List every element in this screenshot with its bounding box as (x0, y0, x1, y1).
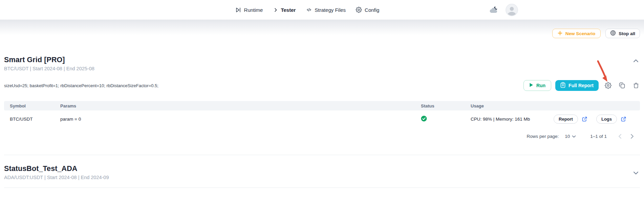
scenario-subtitle: ADA/USDT:USDT | Start 2024-08 | End 2024… (4, 175, 109, 180)
stop-all-button[interactable]: Stop all (605, 29, 640, 38)
new-scenario-label: New Scenario (565, 31, 596, 36)
settings-gear-icon[interactable] (604, 81, 612, 90)
nav-label-config: Config (365, 7, 379, 13)
pagination-range-label: 1–1 of 1 (590, 134, 607, 139)
scenario-title-block: Smart Grid [PRO] BTC/USDT | Start 2024-0… (4, 56, 94, 71)
report-button[interactable]: Report (554, 115, 578, 124)
scenario-params-row: sizeUsd=25; basketProfit=1; rbDistancePe… (4, 80, 640, 91)
chevron-right-icon (273, 7, 278, 13)
top-navigation-bar: Runtime Tester Strategy Files Config (0, 0, 644, 20)
column-header-params: Params (60, 103, 421, 108)
nav-item-config[interactable]: Config (356, 7, 379, 13)
rows-per-page-select[interactable]: 10 (565, 134, 576, 139)
run-button[interactable]: Run (523, 80, 551, 91)
logs-button[interactable]: Logs (596, 115, 617, 124)
scenario-title-block: StatusBot_Test_ADA ADA/USDT:USDT | Start… (4, 165, 109, 180)
tester-page: Runtime Tester Strategy Files Config (0, 0, 644, 222)
table-header-row: Symbol Params Status Usage (4, 101, 640, 110)
main-nav: Runtime Tester Strategy Files Config (235, 0, 380, 20)
scenario-actions: Run Full Report (523, 80, 640, 91)
chevron-down-icon (572, 134, 576, 139)
logs-label: Logs (601, 117, 612, 122)
expand-scenario-button[interactable] (632, 169, 640, 177)
stop-all-label: Stop all (619, 31, 635, 36)
collapse-scenario-button[interactable] (632, 57, 640, 65)
cell-usage: CPU: 98% | Memory: 161 Mb Report Logs (471, 115, 640, 124)
logs-external-link-icon[interactable] (621, 116, 626, 122)
scenario-params-text: sizeUsd=25; basketProfit=1; rbDistancePe… (4, 83, 158, 88)
chevron-down-icon (633, 171, 639, 176)
chevron-up-icon (633, 58, 639, 64)
scenario-title: StatusBot_Test_ADA (4, 165, 109, 173)
scenario-title: Smart Grid [PRO] (4, 56, 94, 64)
usage-text: CPU: 98% | Memory: 161 Mb (471, 117, 530, 122)
nav-item-strategy-files[interactable]: Strategy Files (306, 7, 346, 13)
clipboard-icon (560, 82, 565, 89)
column-header-status: Status (421, 103, 471, 108)
scenario-card-smart-grid: Smart Grid [PRO] BTC/USDT | Start 2024-0… (4, 56, 640, 140)
cell-params: param = 0 (60, 117, 421, 122)
topbar-right-group (488, 0, 518, 20)
main-content: New Scenario Stop all Smart Grid [PRO] B… (0, 29, 644, 188)
scenario-card-statusbot: StatusBot_Test_ADA ADA/USDT:USDT | Start… (4, 155, 640, 188)
table-row: BTC/USDT param = 0 CPU: 98% | Memory: 16… (4, 110, 640, 127)
cell-symbol: BTC/USDT (4, 117, 60, 122)
pagination-next-icon[interactable] (630, 134, 634, 139)
column-header-usage: Usage (471, 103, 640, 108)
play-icon (529, 83, 533, 88)
duplicate-copy-icon[interactable] (618, 81, 626, 90)
runtime-play-icon (235, 7, 241, 13)
new-scenario-button[interactable]: New Scenario (552, 29, 601, 38)
nav-item-tester[interactable]: Tester (273, 7, 296, 13)
stop-all-icon (610, 30, 616, 37)
plus-icon (558, 31, 562, 36)
scenario-results-table: Symbol Params Status Usage BTC/USDT para… (4, 101, 640, 127)
user-avatar[interactable] (506, 4, 518, 16)
scenario-header: Smart Grid [PRO] BTC/USDT | Start 2024-0… (4, 56, 640, 71)
cell-status (421, 116, 471, 123)
gear-icon (356, 7, 362, 13)
nav-item-runtime[interactable]: Runtime (235, 7, 263, 13)
full-report-button[interactable]: Full Report (555, 80, 599, 91)
table-pagination: Rows per page: 10 1–1 of 1 (4, 132, 640, 140)
delete-trash-icon[interactable] (632, 81, 640, 90)
rows-per-page-label: Rows per page: (527, 134, 559, 139)
nav-label-runtime: Runtime (244, 7, 263, 13)
row-actions: Report Logs (554, 115, 626, 124)
nav-label-tester: Tester (281, 7, 296, 13)
run-label: Run (536, 83, 545, 88)
full-report-label: Full Report (568, 83, 594, 88)
scenario-subtitle: BTC/USDT | Start 2024-08 | End 2025-08 (4, 66, 94, 71)
nav-label-strategy-files: Strategy Files (315, 7, 346, 13)
column-header-symbol: Symbol (4, 103, 60, 108)
code-icon (306, 7, 312, 13)
report-external-link-icon[interactable] (582, 116, 587, 122)
scenario-toolbar: New Scenario Stop all (4, 29, 640, 38)
status-success-check-icon (421, 118, 427, 123)
theme-toggle-night-icon[interactable] (488, 5, 500, 15)
report-label: Report (559, 117, 573, 122)
pagination-prev-icon[interactable] (618, 134, 622, 139)
rows-per-page-value: 10 (565, 134, 570, 139)
